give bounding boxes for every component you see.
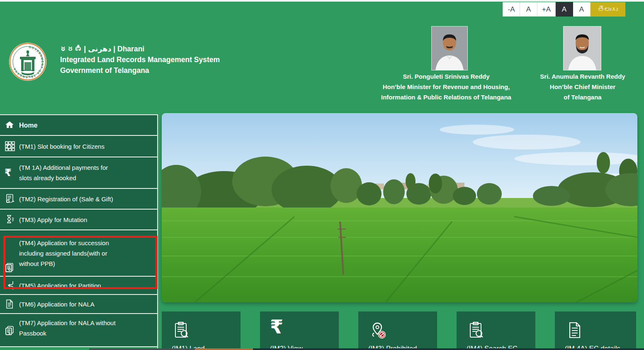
clipboard-search-icon [172,321,191,341]
location-prohibited-icon [368,321,388,342]
quicklink-card-im1[interactable]: (IM1) Land [162,311,241,350]
minister-title-line2: Information & Public Relations of Telang… [369,92,523,102]
sidebar-item-label: (TM4) Application for succession includi… [19,238,121,269]
quicklink-card-im4[interactable]: (IM4) Search EC [457,311,535,350]
chief-minister-title-line1: Hon’ble Chief Minister [536,82,629,92]
hourglass-icon [5,214,16,225]
sidebar-item-tm2[interactable]: (TM2) Registration of (Sale & Gift) [0,189,157,210]
chief-minister-caption: Sri. Anumula Revanth Reddy Hon’ble Chief… [536,71,629,102]
sidebar-item-tm5[interactable]: (TM5) Application for Partition [0,277,157,295]
telangana-emblem-logo: GOVERNMENT OF TELANGANA [9,42,47,81]
sidebar-item-tm1a[interactable]: ₹ (TM 1A) Additional payments for slots … [0,157,157,189]
sidebar-item-tm7[interactable]: (TM7) Application for NALA without Passb… [0,314,157,347]
rupee-icon: ₹ [270,317,283,336]
quicklink-card-im4a[interactable]: (IM 4A) EC details [555,311,636,350]
qr-grid-icon [5,141,16,152]
sidebar-item-tm1[interactable]: (TM1) Slot booking for Citizens [0,136,157,157]
background-window-edge [253,348,644,350]
minister-caption: Sri. Ponguleti Srinivas Reddy Hon’ble Mi… [369,71,523,102]
minister-name: Sri. Ponguleti Srinivas Reddy [369,71,523,82]
sidebar-item-home[interactable]: Home [0,115,157,136]
sidebar-item-label: (TM 1A) Additional payments for slots al… [19,162,121,183]
page-top-strip [0,0,644,2]
partition-icon [5,280,16,291]
ec-document-icon [565,321,584,341]
sidebar-item-tm4[interactable]: (TM4) Application for succession includi… [0,230,157,277]
background-window-edge [89,348,195,350]
sidebar-item-label: Home [19,120,37,130]
chief-minister-photo [563,26,601,70]
site-government: Government of Telangana [60,65,220,76]
succession-doc-icon [5,263,16,273]
theme-dark-button[interactable]: A [556,2,573,17]
minister-photo [431,26,468,70]
site-title-block: ధరణి | دهرنى | Dharani Integrated Land R… [60,43,220,76]
sidebar-item-label: (TM3) Apply for Mutation [19,215,87,225]
sidebar-menu: Home (TM1) Slot booking for Citizens ₹ (… [0,114,158,350]
quicklink-card-im2[interactable]: ₹ (IM2) View [260,311,339,350]
sidebar-item-label: (TM7) Application for NALA without Passb… [19,318,121,338]
rupee-icon: ₹ [5,167,16,179]
documents-stack-icon [5,326,16,336]
certificate-icon [5,193,16,204]
site-title: ధరణి | دهرنى | Dharani [60,43,220,54]
language-telugu-button[interactable]: తెలుగు [591,2,625,17]
chief-minister-title-line2: of Telangana [536,92,629,102]
theme-light-button[interactable]: A [573,2,591,17]
sidebar-item-tm3[interactable]: (TM3) Apply for Mutation [0,210,157,230]
home-icon [5,120,16,130]
sidebar-item-label: (TM2) Registration of (Sale & Gift) [19,194,113,204]
sidebar-item-label: (TM5) Application for Partition [19,280,101,291]
sidebar-item-tm6[interactable]: (TM6) Application for NALA [0,295,157,314]
chief-minister-name: Sri. Anumula Revanth Reddy [536,71,629,82]
hero-image [162,113,637,302]
background-window-edge [195,348,253,350]
site-subtitle: Integrated Land Records Management Syste… [60,54,220,65]
font-normal-button[interactable]: A [520,2,537,17]
accessibility-bar: -A A +A A A తెలుగు [503,2,625,17]
sidebar-item-label: (TM6) Application for NALA [19,299,95,309]
sidebar-item-label: (TM1) Slot booking for Citizens [19,141,104,152]
document-icon [5,299,16,309]
font-increase-button[interactable]: +A [537,2,556,17]
minister-title-line1: Hon’ble Minister for Revenue and Housing… [369,82,523,92]
quicklink-card-im3[interactable]: (IM3) Prohibited [358,311,437,350]
clipboard-search-icon [467,321,486,341]
font-decrease-button[interactable]: -A [503,2,520,17]
